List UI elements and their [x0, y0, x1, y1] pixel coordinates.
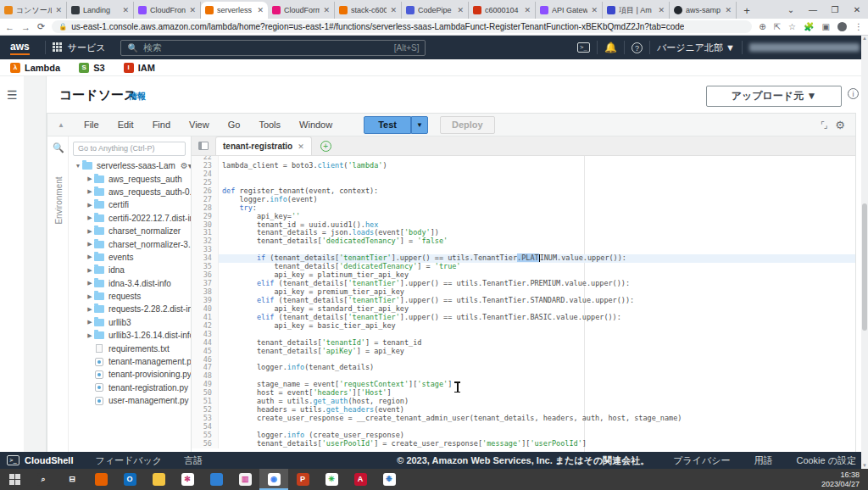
chevron-right-icon[interactable]: ▶	[86, 267, 94, 274]
tab-close-icon[interactable]: ✕	[122, 6, 129, 14]
taskbar-chime-icon[interactable]: ❉	[375, 469, 403, 490]
code-line[interactable]: 47 logger.info(tenant_details)	[192, 364, 855, 372]
browser-tab[interactable]: CloudFron✕	[134, 2, 201, 19]
code-line[interactable]: 42 api_key = basic_tier_api_key	[192, 322, 855, 331]
new-tab-plus-icon[interactable]: +	[320, 141, 331, 152]
code-line[interactable]: 24	[192, 170, 855, 179]
chevron-right-icon[interactable]: ▶	[86, 306, 94, 313]
taskbar-file-explorer-icon[interactable]	[144, 469, 173, 490]
taskbar-search-icon[interactable]: ⌕	[29, 469, 58, 490]
code-line[interactable]: 27 logger.info(event)	[192, 196, 855, 204]
browser-tab[interactable]: CloudForm✕	[268, 2, 335, 19]
help-icon[interactable]: ?	[632, 42, 643, 53]
bookmark-star-icon[interactable]: ☆	[788, 22, 796, 31]
settings-gear-icon[interactable]: ⚙	[835, 119, 845, 131]
tree-file[interactable]: tenant-registration.py	[69, 381, 191, 394]
taskbar-outlook-icon[interactable]: O	[115, 469, 144, 490]
chevron-right-icon[interactable]: ▶	[86, 241, 94, 248]
tree-file[interactable]: tenant-provisioning.py	[69, 368, 191, 381]
tree-folder[interactable]: ▶charset_normalizer	[69, 225, 191, 237]
split-pane-icon[interactable]	[198, 142, 209, 150]
tree-folder[interactable]: ▶aws_requests_auth	[69, 172, 191, 185]
code-line[interactable]: 32 tenant_details['dedicatedTenancy'] = …	[192, 237, 855, 246]
account-name-redacted[interactable]	[749, 43, 860, 52]
minimize-icon[interactable]: —	[802, 5, 824, 14]
menu-tools[interactable]: Tools	[249, 120, 290, 130]
taskbar-clock[interactable]: 16:38 2023/04/27	[821, 471, 868, 489]
browser-tab[interactable]: API Gatew✕	[536, 2, 603, 19]
taskbar-powerpoint-icon[interactable]: P	[288, 469, 317, 490]
taskbar-slack-icon[interactable]: ✻	[173, 469, 202, 490]
scroll-up-arrow[interactable]: ▲	[861, 36, 868, 41]
tree-file[interactable]: tenant-management.py	[69, 355, 191, 368]
browser-tab[interactable]: serverless✕	[201, 2, 268, 19]
tree-file[interactable]: requirements.txt	[69, 342, 191, 354]
test-dropdown-icon[interactable]: ▼	[411, 116, 428, 134]
tree-folder[interactable]: ▶certifi-2022.12.7.dist-info	[69, 212, 191, 225]
favorite-lambda[interactable]: λLambda	[10, 63, 60, 73]
menu-window[interactable]: Window	[290, 120, 342, 130]
taskbar-acrobat-icon[interactable]: A	[346, 469, 375, 490]
chevron-right-icon[interactable]: ▶	[86, 319, 94, 326]
extensions-icon[interactable]: 🧩	[804, 22, 814, 31]
chevron-right-icon[interactable]: ▶	[86, 280, 94, 287]
tab-close-icon[interactable]: ✕	[189, 6, 196, 14]
browser-tab[interactable]: stack-c600✕	[335, 2, 402, 19]
address-bar[interactable]: 🔒 us-east-1.console.aws.amazon.com/lambd…	[52, 20, 752, 33]
tab-close-icon[interactable]: ✕	[591, 6, 598, 14]
aws-logo[interactable]: aws	[10, 41, 30, 55]
chevron-right-icon[interactable]: ▶	[86, 214, 94, 221]
panel-info-icon[interactable]: i	[848, 88, 859, 99]
page-scrollbar[interactable]: ▲ ▼	[861, 36, 868, 469]
back-icon[interactable]: ←	[5, 22, 14, 32]
code-line[interactable]: 53 create_user_response = __create_tenan…	[192, 415, 855, 423]
tab-close-icon[interactable]: ✕	[257, 6, 264, 14]
tree-folder[interactable]: ▶requests	[69, 290, 191, 303]
cookie-settings-link[interactable]: Cookie の設定	[796, 454, 856, 467]
side-panel-icon[interactable]: ▣	[822, 22, 830, 31]
cloudshell-link[interactable]: >_ CloudShell	[7, 455, 73, 465]
chevron-right-icon[interactable]: ▶	[86, 332, 94, 339]
scrollbar-thumb[interactable]	[862, 203, 867, 331]
windows-start-button[interactable]	[0, 469, 29, 490]
forward-icon[interactable]: →	[21, 22, 31, 32]
collapsed-side-nav[interactable]	[24, 76, 47, 452]
favorite-iam[interactable]: IIAM	[124, 63, 155, 73]
taskbar-vscode-icon[interactable]	[202, 469, 231, 490]
browser-tab[interactable]: aws-samp✕	[670, 2, 737, 19]
goto-anything-input[interactable]: Go to Anything (Ctrl-P)	[73, 142, 186, 156]
notifications-bell-icon[interactable]: 🔔	[604, 42, 617, 53]
menu-view[interactable]: View	[180, 120, 219, 130]
browser-tab[interactable]: c6000104✕	[469, 2, 536, 19]
tab-search-icon[interactable]: ⌄	[780, 5, 802, 14]
tree-file[interactable]: user-management.py	[69, 394, 191, 407]
language-link[interactable]: 言語	[184, 454, 203, 467]
environment-tab-label[interactable]: Environment	[54, 164, 64, 237]
tab-close-icon[interactable]: ✕	[55, 6, 62, 14]
info-link[interactable]: 情報	[129, 91, 146, 103]
chevron-right-icon[interactable]: ▶	[86, 253, 94, 260]
services-menu[interactable]: サービス	[68, 42, 106, 54]
tree-folder[interactable]: ▶charset_normalizer-3.1.0	[69, 237, 191, 250]
new-tab-button[interactable]: +	[737, 2, 757, 19]
tree-root-folder[interactable]: ▼serverless-saas-Lam⚙▾	[69, 159, 191, 172]
taskbar-chrome-icon[interactable]: ◉	[259, 469, 288, 490]
scroll-down-arrow[interactable]: ▼	[861, 463, 868, 468]
reload-icon[interactable]: ⟳	[37, 21, 45, 32]
tree-folder[interactable]: ▶certifi	[69, 198, 191, 211]
tree-folder[interactable]: ▶events	[69, 251, 191, 264]
tree-settings-gear-icon[interactable]: ⚙▾	[181, 161, 191, 170]
chevron-right-icon[interactable]: ▶	[86, 228, 94, 235]
cloudshell-icon[interactable]: >_	[577, 42, 590, 53]
chevron-right-icon[interactable]: ▶	[86, 293, 94, 300]
browser-tab[interactable]: 項目 | Am✕	[603, 2, 670, 19]
tree-folder[interactable]: ▶urllib3	[69, 316, 191, 329]
aws-search-input[interactable]: 🔍 検索 [Alt+S]	[120, 40, 426, 56]
tree-folder[interactable]: ▶aws_requests_auth-0.4.3	[69, 186, 191, 198]
collapse-panel-icon[interactable]: ▲	[58, 121, 64, 129]
tab-close-icon[interactable]: ✕	[524, 6, 531, 14]
region-selector[interactable]: バージニア北部 ▼	[657, 42, 735, 54]
taskbar-firefox-icon[interactable]	[86, 469, 115, 490]
test-button[interactable]: Test	[364, 116, 411, 134]
close-tab-icon[interactable]: ✕	[298, 142, 304, 151]
